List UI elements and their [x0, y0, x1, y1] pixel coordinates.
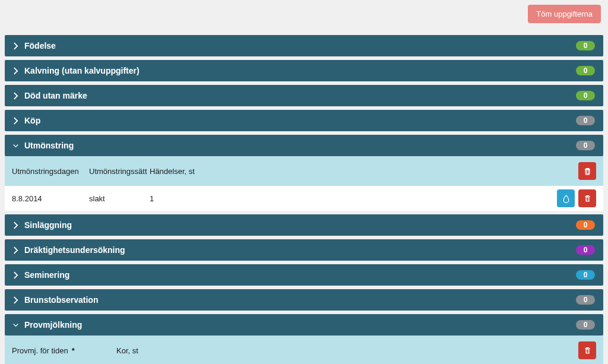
panel-header-utmonstring[interactable]: Utmönstring 0 — [5, 135, 603, 156]
cell-method: slakt — [89, 194, 150, 203]
count-badge: 0 — [576, 320, 595, 330]
count-badge: 0 — [576, 41, 595, 50]
accordion: Födelse 0 Kalvning (utan kalvuppgifter) … — [5, 35, 603, 364]
svg-rect-12 — [585, 348, 590, 349]
chevron-right-icon — [13, 42, 18, 50]
svg-rect-16 — [588, 349, 588, 353]
panel-title: Köp — [24, 116, 40, 125]
chevron-right-icon — [13, 67, 18, 75]
required-asterisk: * — [68, 346, 78, 355]
svg-rect-5 — [586, 167, 589, 168]
provmjolkning-subheader: Provmj. för tiden * Kor, st — [5, 335, 603, 364]
drop-button[interactable] — [557, 189, 575, 207]
delete-row-button[interactable] — [578, 189, 596, 207]
panel-header-brunst[interactable]: Brunstobservation 0 — [5, 289, 603, 311]
panel-header-provmjolkning[interactable]: Provmjölkning 0 — [5, 314, 603, 335]
table-row: 8.8.2014 slakt 1 — [5, 186, 603, 211]
panel-header-kalvning[interactable]: Kalvning (utan kalvuppgifter) 0 — [5, 60, 603, 81]
svg-rect-14 — [586, 349, 587, 353]
count-badge: 0 — [576, 116, 595, 125]
panel-header-kop[interactable]: Köp 0 — [5, 110, 603, 131]
count-badge: 0 — [576, 295, 595, 305]
panel-title: Seminering — [24, 270, 69, 280]
count-badge: 0 — [576, 66, 595, 75]
svg-rect-15 — [587, 349, 588, 353]
delete-all-button[interactable] — [578, 341, 596, 359]
column-header-method: Utmönstringssätt — [89, 167, 150, 176]
panel-title: Sinläggning — [24, 220, 72, 230]
svg-rect-3 — [587, 170, 588, 173]
chevron-down-icon — [13, 321, 18, 329]
count-badge: 0 — [576, 141, 595, 150]
chevron-right-icon — [13, 221, 18, 229]
svg-rect-17 — [586, 347, 589, 347]
cell-date: 8.8.2014 — [12, 194, 89, 203]
chevron-right-icon — [13, 296, 18, 304]
chevron-right-icon — [13, 117, 18, 125]
column-header-period: Provmj. för tiden — [12, 346, 68, 355]
delete-all-button[interactable] — [578, 162, 596, 180]
chevron-right-icon — [13, 92, 18, 100]
column-header-events: Händelser, st — [150, 167, 268, 176]
panel-header-sinlaggning[interactable]: Sinläggning 0 — [5, 214, 603, 236]
svg-rect-6 — [585, 196, 590, 197]
clear-button[interactable]: Töm uppgifterna — [528, 5, 601, 23]
panel-header-seminering[interactable]: Seminering 0 — [5, 264, 603, 286]
panel-title: Brunstobservation — [24, 295, 98, 305]
svg-rect-8 — [586, 197, 587, 201]
svg-rect-4 — [588, 170, 588, 173]
svg-rect-10 — [588, 197, 588, 201]
panel-title: Död utan märke — [24, 91, 87, 100]
panel-title: Kalvning (utan kalvuppgifter) — [24, 66, 140, 75]
panel-title: Utmönstring — [24, 141, 74, 150]
panel-title: Födelse — [24, 41, 56, 50]
column-header-date: Utmönstringsdagen — [12, 167, 89, 176]
count-badge: 0 — [576, 220, 595, 230]
svg-rect-11 — [586, 195, 589, 195]
panel-header-draktighet[interactable]: Dräktighetsundersökning 0 — [5, 239, 603, 261]
panel-header-dod[interactable]: Död utan märke 0 — [5, 85, 603, 106]
svg-rect-9 — [587, 197, 588, 201]
svg-rect-0 — [585, 169, 590, 169]
panel-title: Dräktighetsundersökning — [24, 245, 125, 255]
chevron-right-icon — [13, 246, 18, 254]
count-badge: 0 — [576, 270, 595, 280]
chevron-right-icon — [13, 271, 18, 279]
count-badge: 0 — [576, 91, 595, 100]
panel-title: Provmjölkning — [24, 320, 82, 330]
chevron-down-icon — [13, 142, 18, 150]
utmonstring-subheader: Utmönstringsdagen Utmönstringssätt Hände… — [5, 156, 603, 186]
cell-events: 1 — [150, 194, 268, 203]
panel-header-fodelse[interactable]: Födelse 0 — [5, 35, 603, 56]
svg-rect-2 — [586, 170, 587, 173]
count-badge: 0 — [576, 245, 595, 255]
column-header-cows: Kor, st — [116, 346, 235, 355]
